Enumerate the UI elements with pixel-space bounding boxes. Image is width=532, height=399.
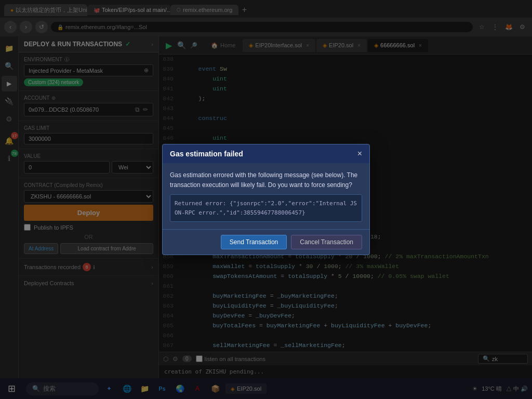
modal-message: Gas estimation errored with the followin… xyxy=(170,170,362,190)
modal-close-button[interactable]: × xyxy=(357,150,362,158)
modal-error-detail: Returned error: {"jsonrpc":"2.0","error"… xyxy=(170,194,362,222)
modal-header: Gas estimation failed × xyxy=(163,144,369,163)
send-transaction-button[interactable]: Send Transaction xyxy=(221,235,287,249)
modal-overlay[interactable]: Gas estimation failed × Gas estimation e… xyxy=(0,0,532,399)
modal-body: Gas estimation errored with the followin… xyxy=(163,163,369,230)
modal-footer: Send Transaction Cancel Transaction xyxy=(163,229,369,255)
gas-estimation-modal: Gas estimation failed × Gas estimation e… xyxy=(162,144,370,256)
cancel-transaction-button[interactable]: Cancel Transaction xyxy=(291,235,362,249)
modal-title: Gas estimation failed xyxy=(170,150,243,158)
